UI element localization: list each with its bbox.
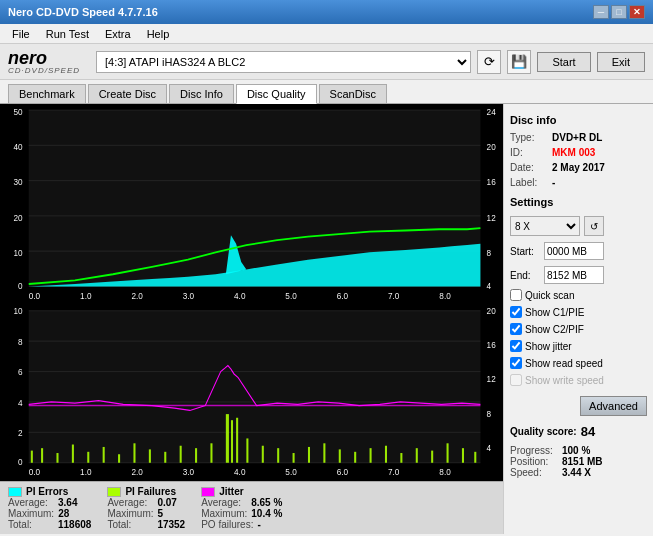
tab-benchmark[interactable]: Benchmark (8, 84, 86, 103)
reset-icon-btn[interactable]: ↺ (584, 216, 604, 236)
svg-rect-68 (308, 447, 310, 463)
svg-text:5.0: 5.0 (285, 290, 296, 301)
disc-id-row: ID: MKM 003 (510, 147, 647, 158)
show-write-speed-label: Show write speed (525, 375, 604, 386)
logo-cddvd: CD·DVD/SPEED (8, 67, 80, 75)
svg-text:10: 10 (13, 306, 22, 317)
disc-date-value: 2 May 2017 (552, 162, 605, 173)
quality-score-value: 84 (581, 424, 595, 439)
menu-runtest[interactable]: Run Test (38, 26, 97, 42)
svg-text:40: 40 (13, 142, 22, 153)
svg-text:8: 8 (18, 336, 23, 347)
svg-rect-62 (231, 420, 233, 463)
svg-rect-48 (31, 451, 33, 463)
svg-text:6.0: 6.0 (337, 290, 348, 301)
jitter-max-label: Maximum: (201, 508, 247, 519)
pi-errors-avg-value: 3.64 (58, 497, 77, 508)
logo-nero: nero (8, 49, 80, 67)
end-row: End: (510, 266, 647, 284)
disc-date-label: Date: (510, 162, 548, 173)
svg-text:1.0: 1.0 (80, 466, 91, 477)
svg-text:2.0: 2.0 (131, 466, 142, 477)
pi-failures-max-label: Maximum: (107, 508, 153, 519)
maximize-button[interactable]: □ (611, 5, 627, 19)
svg-text:16: 16 (487, 177, 496, 188)
speed-select[interactable]: 8 X (510, 216, 580, 236)
svg-text:7.0: 7.0 (388, 466, 399, 477)
disc-type-row: Type: DVD+R DL (510, 132, 647, 143)
tab-disc-info[interactable]: Disc Info (169, 84, 234, 103)
jitter-avg-label: Average: (201, 497, 247, 508)
disc-type-label: Type: (510, 132, 548, 143)
svg-text:20: 20 (13, 212, 22, 223)
start-label: Start: (510, 246, 540, 257)
start-input[interactable] (544, 242, 604, 260)
position-value: 8151 MB (562, 456, 603, 467)
drive-select[interactable]: [4:3] ATAPI iHAS324 A BLC2 (96, 51, 471, 73)
progress-label: Progress: (510, 445, 558, 456)
pi-errors-max-value: 28 (58, 508, 69, 519)
svg-text:30: 30 (13, 177, 22, 188)
minimize-button[interactable]: ─ (593, 5, 609, 19)
pi-failures-title: PI Failures (125, 486, 176, 497)
show-read-speed-checkbox[interactable] (510, 357, 522, 369)
svg-rect-53 (103, 447, 105, 463)
svg-rect-54 (118, 454, 120, 463)
advanced-button[interactable]: Advanced (580, 396, 647, 416)
svg-text:3.0: 3.0 (183, 290, 194, 301)
close-button[interactable]: ✕ (629, 5, 645, 19)
svg-text:5.0: 5.0 (285, 466, 296, 477)
svg-rect-77 (447, 443, 449, 462)
app-title: Nero CD-DVD Speed 4.7.7.16 (8, 6, 593, 18)
svg-rect-49 (41, 448, 43, 463)
speed-row-progress: Speed: 3.44 X (510, 467, 647, 478)
menu-file[interactable]: File (4, 26, 38, 42)
svg-text:8.0: 8.0 (439, 290, 450, 301)
jitter-max-value: 10.4 % (251, 508, 282, 519)
quick-scan-checkbox[interactable] (510, 289, 522, 301)
svg-text:2: 2 (18, 427, 23, 438)
svg-text:1.0: 1.0 (80, 290, 91, 301)
svg-text:4.0: 4.0 (234, 466, 245, 477)
pi-failures-total-value: 17352 (157, 519, 185, 530)
pi-errors-color (8, 487, 22, 497)
svg-text:0: 0 (18, 457, 23, 468)
show-read-speed-label: Show read speed (525, 358, 603, 369)
svg-text:50: 50 (13, 106, 22, 117)
end-input[interactable] (544, 266, 604, 284)
svg-text:6: 6 (18, 367, 23, 378)
show-write-speed-checkbox[interactable] (510, 374, 522, 386)
pi-errors-title: PI Errors (26, 486, 68, 497)
show-read-speed-row: Show read speed (510, 357, 647, 369)
svg-rect-56 (149, 449, 151, 462)
svg-text:7.0: 7.0 (388, 290, 399, 301)
svg-rect-75 (416, 448, 418, 463)
tab-create-disc[interactable]: Create Disc (88, 84, 167, 103)
tab-scan-disc[interactable]: ScanDisc (319, 84, 387, 103)
save-icon-btn[interactable]: 💾 (507, 50, 531, 74)
svg-text:8: 8 (487, 247, 492, 258)
progress-rows: Progress: 100 % Position: 8151 MB Speed:… (510, 445, 647, 478)
svg-text:8.0: 8.0 (439, 466, 450, 477)
show-c2pif-label: Show C2/PIF (525, 324, 584, 335)
show-c2pif-checkbox[interactable] (510, 323, 522, 335)
menu-extra[interactable]: Extra (97, 26, 139, 42)
exit-button[interactable]: Exit (597, 52, 645, 72)
svg-rect-30 (29, 311, 481, 463)
tab-bar: Benchmark Create Disc Disc Info Disc Qua… (0, 80, 653, 104)
tab-disc-quality[interactable]: Disc Quality (236, 84, 317, 104)
quick-scan-label: Quick scan (525, 290, 574, 301)
legend-pi-errors: PI Errors Average: 3.64 Maximum: 28 Tota… (8, 486, 91, 530)
start-button[interactable]: Start (537, 52, 590, 72)
disc-date-row: Date: 2 May 2017 (510, 162, 647, 173)
show-jitter-checkbox[interactable] (510, 340, 522, 352)
svg-text:16: 16 (487, 340, 496, 351)
show-c1pie-checkbox[interactable] (510, 306, 522, 318)
svg-text:0.0: 0.0 (29, 466, 40, 477)
refresh-icon-btn[interactable]: ⟳ (477, 50, 501, 74)
svg-rect-59 (195, 448, 197, 463)
menu-help[interactable]: Help (139, 26, 178, 42)
svg-rect-79 (474, 452, 476, 463)
charts-container: 50 40 30 20 10 0 24 20 16 12 8 4 (0, 104, 503, 481)
jitter-title: Jitter (219, 486, 243, 497)
